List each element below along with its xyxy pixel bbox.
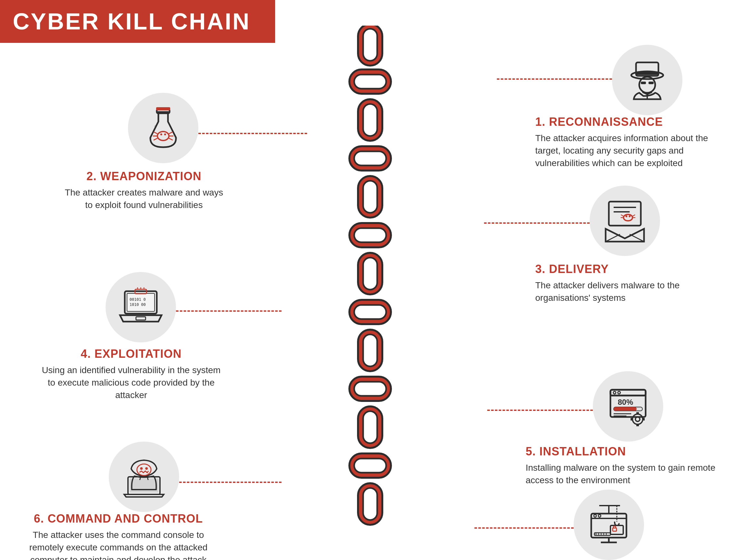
page-title: CYBER KILL CHAIN	[13, 8, 251, 34]
circle-icon-1	[612, 45, 682, 115]
circle-icon-6	[109, 442, 179, 512]
svg-rect-19	[354, 382, 386, 396]
step-4-desc: Using an identified vulnerability in the…	[41, 364, 221, 401]
step-4-block: 4. EXPLOITATION Using an identified vuln…	[41, 347, 221, 401]
step-3-block: 3. DELIVERY The attacker delivers malwar…	[535, 262, 708, 304]
svg-rect-9	[363, 181, 377, 213]
svg-point-78	[633, 414, 643, 424]
dashed-5	[487, 409, 593, 411]
potion-icon	[141, 106, 186, 151]
svg-rect-82	[631, 418, 633, 421]
step-6-title: 6. COMMAND AND CONTROL	[19, 512, 217, 526]
svg-rect-11	[354, 228, 386, 242]
svg-point-88	[145, 467, 148, 470]
step-6-desc: The attacker uses the command console to…	[19, 529, 217, 560]
svg-line-53	[633, 215, 635, 216]
svg-point-86	[137, 464, 151, 475]
svg-point-87	[140, 467, 143, 470]
svg-rect-31	[648, 82, 654, 84]
svg-text:80%: 80%	[618, 398, 633, 406]
header-banner: CYBER KILL CHAIN	[0, 0, 275, 43]
step-3-title: 3. DELIVERY	[535, 262, 708, 276]
svg-point-35	[158, 131, 169, 141]
svg-rect-81	[636, 424, 639, 426]
svg-point-96	[598, 515, 601, 517]
svg-point-50	[629, 215, 631, 217]
svg-rect-28	[636, 72, 658, 75]
dashed-4	[176, 310, 282, 312]
step-5-desc: Installing malware on the system to gain…	[526, 461, 718, 486]
chain-container	[341, 26, 399, 538]
svg-point-71	[613, 391, 616, 394]
step-2-desc: The attacker creates malware and ways to…	[64, 186, 224, 211]
circle-icon-4: 00101 0 1010 00	[106, 272, 176, 343]
step-2-title: 2. WEAPONIZATION	[64, 170, 224, 183]
circle-icon-7	[574, 490, 644, 560]
svg-point-95	[594, 515, 596, 517]
step-3-desc: The attacker delivers malware to the org…	[535, 279, 708, 304]
circle-icon-2	[128, 93, 198, 163]
svg-rect-34	[156, 107, 170, 110]
svg-point-48	[624, 214, 633, 221]
dashed-2	[198, 133, 307, 134]
svg-line-41	[169, 138, 173, 140]
svg-rect-23	[354, 459, 386, 473]
svg-rect-30	[641, 82, 646, 84]
svg-line-57	[606, 234, 620, 242]
step-1-title: 1. RECONNAISSANCE	[535, 115, 714, 129]
hacker-icon	[121, 454, 166, 499]
laptop-icon: 00101 0 1010 00	[118, 285, 163, 330]
step-5-block: 5. INSTALLATION Installing malware on th…	[526, 445, 718, 486]
svg-rect-7	[354, 151, 386, 166]
step-1-block: 1. RECONNAISSANCE The attacker acquires …	[535, 115, 714, 170]
svg-rect-15	[354, 305, 386, 319]
step-5-title: 5. INSTALLATION	[526, 445, 718, 458]
step-2-block: 2. WEAPONIZATION The attacker creates ma…	[64, 170, 224, 211]
svg-line-39	[169, 132, 173, 134]
svg-rect-83	[642, 418, 645, 421]
svg-rect-101	[613, 528, 617, 531]
circle-icon-5: 80%	[593, 371, 663, 442]
dashed-1	[497, 78, 612, 80]
svg-rect-5	[363, 104, 377, 136]
svg-line-38	[154, 138, 158, 140]
step-6-block: 6. COMMAND AND CONTROL The attacker uses…	[19, 512, 217, 560]
svg-rect-67	[136, 317, 146, 320]
svg-line-51	[621, 215, 624, 216]
svg-rect-17	[363, 335, 377, 366]
svg-point-72	[618, 391, 620, 394]
step-1-desc: The attacker acquires information about …	[535, 132, 714, 170]
svg-rect-13	[363, 258, 377, 290]
chain-svg	[341, 26, 399, 538]
install-icon: 80%	[606, 384, 650, 429]
svg-rect-45	[609, 202, 641, 225]
dashed-6	[179, 482, 282, 483]
circle-icon-3	[590, 186, 660, 256]
objectives-icon	[586, 502, 631, 547]
svg-text:00101 0: 00101 0	[129, 297, 146, 302]
svg-text:1010 00: 1010 00	[129, 302, 146, 307]
svg-rect-75	[614, 407, 637, 411]
step-4-title: 4. EXPLOITATION	[41, 347, 221, 361]
dashed-3	[484, 222, 590, 224]
svg-point-42	[160, 133, 162, 135]
svg-rect-102	[594, 533, 611, 535]
dashed-7	[474, 527, 574, 529]
svg-line-36	[154, 132, 158, 134]
svg-rect-21	[363, 411, 377, 443]
svg-rect-80	[636, 412, 639, 415]
svg-point-49	[626, 215, 627, 217]
email-icon	[603, 198, 647, 243]
svg-rect-1	[363, 29, 377, 61]
svg-point-43	[164, 133, 166, 135]
svg-line-58	[630, 234, 644, 242]
svg-rect-25	[363, 488, 377, 520]
spy-icon	[625, 58, 670, 102]
svg-rect-3	[354, 75, 386, 89]
